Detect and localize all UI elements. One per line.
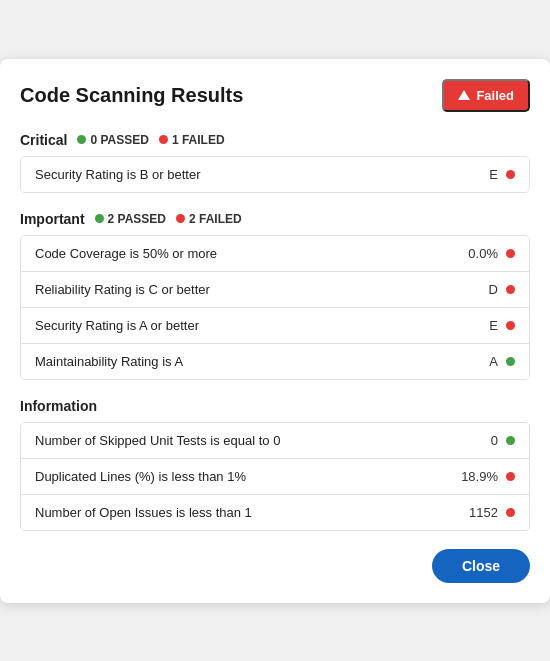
- result-value: 18.9%: [461, 469, 498, 484]
- status-dot: [506, 357, 515, 366]
- status-dot: [506, 170, 515, 179]
- passed-count: 0 PASSED: [90, 133, 148, 147]
- result-label: Maintainability Rating is A: [35, 354, 183, 369]
- passed-badge-important: 2 PASSED: [95, 212, 166, 226]
- result-label: Code Coverage is 50% or more: [35, 246, 217, 261]
- result-label: Security Rating is A or better: [35, 318, 199, 333]
- results-table-information: Number of Skipped Unit Tests is equal to…: [20, 422, 530, 531]
- table-row: Number of Open Issues is less than 11152: [21, 495, 529, 530]
- code-scanning-card: Code Scanning Results Failed Critical0 P…: [0, 59, 550, 603]
- passed-dot: [95, 214, 104, 223]
- status-dot: [506, 249, 515, 258]
- result-label: Number of Open Issues is less than 1: [35, 505, 252, 520]
- card-header: Code Scanning Results Failed: [20, 79, 530, 112]
- badge-group-critical: 0 PASSED1 FAILED: [77, 133, 224, 147]
- failed-count-badge-important: 2 FAILED: [176, 212, 242, 226]
- section-label-information: Information: [20, 398, 97, 414]
- status-dot: [506, 285, 515, 294]
- failed-badge[interactable]: Failed: [442, 79, 530, 112]
- status-dot: [506, 472, 515, 481]
- result-label: Security Rating is B or better: [35, 167, 200, 182]
- close-button[interactable]: Close: [432, 549, 530, 583]
- result-value: 1152: [469, 505, 498, 520]
- section-important: Important2 PASSED2 FAILEDCode Coverage i…: [20, 211, 530, 380]
- passed-badge-critical: 0 PASSED: [77, 133, 148, 147]
- result-value-group: 1152: [469, 505, 515, 520]
- table-row: Security Rating is A or betterE: [21, 308, 529, 344]
- badge-group-important: 2 PASSED2 FAILED: [95, 212, 242, 226]
- failed-count: 1 FAILED: [172, 133, 225, 147]
- table-row: Code Coverage is 50% or more0.0%: [21, 236, 529, 272]
- page-title: Code Scanning Results: [20, 84, 243, 107]
- table-row: Reliability Rating is C or betterD: [21, 272, 529, 308]
- failed-count: 2 FAILED: [189, 212, 242, 226]
- section-header-important: Important2 PASSED2 FAILED: [20, 211, 530, 227]
- result-value-group: 0: [491, 433, 515, 448]
- section-label-critical: Critical: [20, 132, 67, 148]
- passed-dot: [77, 135, 86, 144]
- results-table-important: Code Coverage is 50% or more0.0%Reliabil…: [20, 235, 530, 380]
- failed-dot: [176, 214, 185, 223]
- result-value-group: 18.9%: [461, 469, 515, 484]
- result-value-group: E: [489, 318, 515, 333]
- result-value: A: [489, 354, 498, 369]
- table-row: Number of Skipped Unit Tests is equal to…: [21, 423, 529, 459]
- result-value-group: D: [489, 282, 515, 297]
- result-value-group: 0.0%: [468, 246, 515, 261]
- sections-container: Critical0 PASSED1 FAILEDSecurity Rating …: [20, 132, 530, 531]
- result-label: Number of Skipped Unit Tests is equal to…: [35, 433, 280, 448]
- result-value-group: E: [489, 167, 515, 182]
- status-dot: [506, 321, 515, 330]
- section-header-information: Information: [20, 398, 530, 414]
- failed-count-badge-critical: 1 FAILED: [159, 133, 225, 147]
- result-value: 0: [491, 433, 498, 448]
- status-dot: [506, 508, 515, 517]
- table-row: Security Rating is B or betterE: [21, 157, 529, 192]
- results-table-critical: Security Rating is B or betterE: [20, 156, 530, 193]
- section-critical: Critical0 PASSED1 FAILEDSecurity Rating …: [20, 132, 530, 193]
- result-label: Reliability Rating is C or better: [35, 282, 210, 297]
- section-label-important: Important: [20, 211, 85, 227]
- section-information: InformationNumber of Skipped Unit Tests …: [20, 398, 530, 531]
- result-value: 0.0%: [468, 246, 498, 261]
- result-value: E: [489, 318, 498, 333]
- footer: Close: [20, 549, 530, 583]
- failed-dot: [159, 135, 168, 144]
- failed-label: Failed: [476, 88, 514, 103]
- table-row: Duplicated Lines (%) is less than 1%18.9…: [21, 459, 529, 495]
- result-value-group: A: [489, 354, 515, 369]
- passed-count: 2 PASSED: [108, 212, 166, 226]
- section-header-critical: Critical0 PASSED1 FAILED: [20, 132, 530, 148]
- alert-icon: [458, 90, 470, 100]
- result-label: Duplicated Lines (%) is less than 1%: [35, 469, 246, 484]
- result-value: D: [489, 282, 498, 297]
- status-dot: [506, 436, 515, 445]
- result-value: E: [489, 167, 498, 182]
- table-row: Maintainability Rating is AA: [21, 344, 529, 379]
